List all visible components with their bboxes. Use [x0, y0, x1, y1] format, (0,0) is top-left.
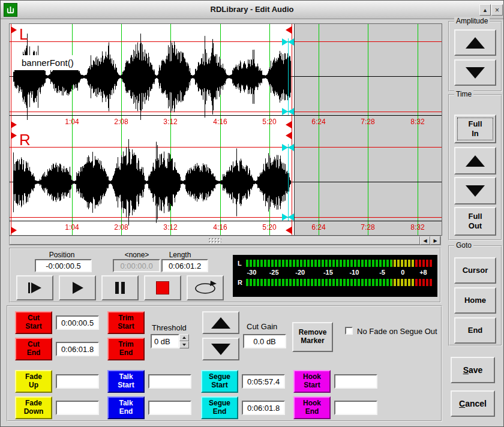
cut-start-marker[interactable] [11, 121, 17, 128]
markers-panel: Cut Start Cut End Trim Start Threshold T… [7, 305, 442, 422]
segue-end-marker[interactable] [288, 144, 294, 151]
loop-button[interactable] [187, 275, 224, 300]
time-label: 4:16 [208, 223, 232, 231]
fade-down-field[interactable] [56, 401, 99, 415]
stop-button[interactable] [144, 275, 181, 300]
trim-start-button[interactable]: Trim Start [107, 311, 145, 334]
segue-start-marker[interactable] [282, 38, 288, 46]
time-label: 5:20 [257, 223, 281, 231]
segue-start-marker[interactable] [282, 144, 288, 151]
stop-icon [156, 281, 169, 294]
edit-audio-window: RDLibrary - Edit Audio ▲ × 1:042:083:124… [0, 0, 504, 427]
cut-start-marker[interactable] [11, 26, 17, 34]
play-button[interactable] [59, 275, 96, 300]
segue-end-button[interactable]: Segue End [201, 396, 238, 419]
zero-axis-line [10, 76, 442, 77]
segue-line[interactable] [288, 144, 289, 221]
length-field[interactable] [161, 259, 208, 272]
segue-start-field[interactable] [242, 374, 285, 389]
position-label: Position [32, 251, 92, 259]
gain-down-button[interactable] [202, 338, 239, 360]
cut-end-marker[interactable] [286, 227, 292, 234]
segue-end-marker[interactable] [288, 38, 294, 46]
waveform-scrollbar[interactable]: ◀ ▶ [9, 236, 441, 245]
goto-cursor-button[interactable]: Cursor [454, 257, 496, 284]
waveform-canvas-left[interactable] [10, 24, 442, 130]
shade-window-button[interactable]: ▲ [479, 4, 491, 16]
titlebar: RDLibrary - Edit Audio ▲ × [1, 1, 503, 19]
hook-start-field[interactable] [334, 374, 377, 389]
cut-start-field[interactable] [56, 315, 99, 330]
full-out-button[interactable]: Full Out [454, 207, 496, 236]
scrollbar-thumb[interactable] [10, 236, 420, 245]
close-window-button[interactable]: × [491, 4, 503, 16]
cut-end-field[interactable] [56, 342, 99, 356]
threshold-input[interactable] [151, 334, 179, 348]
fade-up-button[interactable]: Fade Up [15, 370, 52, 393]
waveform-channel-left[interactable]: 1:042:083:124:165:206:247:288:32 L banne… [10, 24, 442, 130]
pause-button[interactable] [101, 275, 139, 300]
remove-marker-button[interactable]: Remove Marker [292, 322, 333, 352]
down-arrow-icon [466, 185, 485, 197]
hook-end-button[interactable]: Hook End [293, 396, 331, 419]
gain-up-button[interactable] [202, 311, 239, 334]
scroll-right-button[interactable]: ▶ [430, 236, 440, 245]
cut-end-marker[interactable] [286, 121, 292, 128]
cut-start-marker[interactable] [11, 227, 17, 234]
cancel-button[interactable]: Cancel [451, 390, 495, 417]
play-from-start-button[interactable] [16, 275, 53, 300]
waveform-channel-right[interactable]: 1:042:083:124:165:206:247:288:32 R [10, 130, 442, 235]
time-label: 8:32 [406, 223, 430, 231]
pause-icon [113, 281, 127, 295]
talk-start-field[interactable] [148, 374, 191, 389]
threshold-up-button[interactable] [179, 334, 189, 341]
segue-end-field[interactable] [242, 401, 285, 415]
fade-down-button[interactable]: Fade Down [15, 396, 52, 419]
scroll-left-button[interactable]: ◀ [420, 236, 430, 245]
segue-start-marker[interactable] [282, 214, 288, 221]
hook-end-field[interactable] [334, 401, 377, 415]
time-zoom-out-button[interactable] [454, 177, 496, 205]
up-arrow-icon [466, 155, 485, 167]
amplitude-down-button[interactable] [454, 59, 496, 86]
time-zoom-in-button[interactable] [454, 147, 496, 175]
no-fade-checkbox[interactable] [345, 327, 353, 335]
full-in-button[interactable]: Full In [454, 115, 496, 143]
segue-start-button[interactable]: Segue Start [201, 370, 238, 393]
cut-end-marker[interactable] [286, 26, 292, 34]
cut-end-button[interactable]: Cut End [15, 338, 52, 360]
cut-end-marker[interactable] [286, 132, 292, 139]
scale-tick: +8 [419, 269, 427, 276]
segue-end-marker[interactable] [288, 108, 294, 115]
save-button[interactable]: Save [451, 357, 495, 383]
time-label: 3:12 [158, 223, 182, 231]
talk-end-field[interactable] [148, 401, 191, 415]
waveform-panel: 1:042:083:124:165:206:247:288:32 L banne… [9, 23, 442, 236]
amplitude-up-button[interactable] [454, 29, 496, 56]
time-label: 1:04 [60, 223, 84, 231]
cut-start-line[interactable] [11, 130, 11, 235]
segue-line[interactable] [288, 38, 289, 115]
cut-start-line[interactable] [11, 24, 11, 130]
no-fade-label: No Fade on Segue Out [357, 327, 437, 336]
trim-end-button[interactable]: Trim End [107, 338, 145, 360]
channel-label-right: R [19, 131, 31, 149]
talk-end-button[interactable]: Talk End [107, 396, 145, 419]
goto-end-button[interactable]: End [454, 317, 496, 344]
waveform-canvas-right[interactable] [10, 130, 442, 235]
hook-start-button[interactable]: Hook Start [293, 370, 331, 393]
cut-gain-field[interactable] [243, 334, 286, 348]
down-arrow-icon [466, 67, 485, 79]
time-label: 2:08 [109, 223, 133, 231]
goto-home-button[interactable]: Home [454, 287, 496, 314]
fade-up-field[interactable] [56, 374, 99, 389]
cut-start-marker[interactable] [11, 132, 17, 139]
cut-start-button[interactable]: Cut Start [15, 311, 52, 334]
audio-end-line [294, 24, 295, 130]
position-field[interactable] [35, 259, 92, 272]
threshold-down-button[interactable] [179, 341, 189, 348]
amplitude-group-title: Amplitude [454, 17, 490, 25]
segue-start-marker[interactable] [282, 108, 288, 115]
segue-end-marker[interactable] [288, 214, 294, 221]
talk-start-button[interactable]: Talk Start [107, 370, 145, 393]
